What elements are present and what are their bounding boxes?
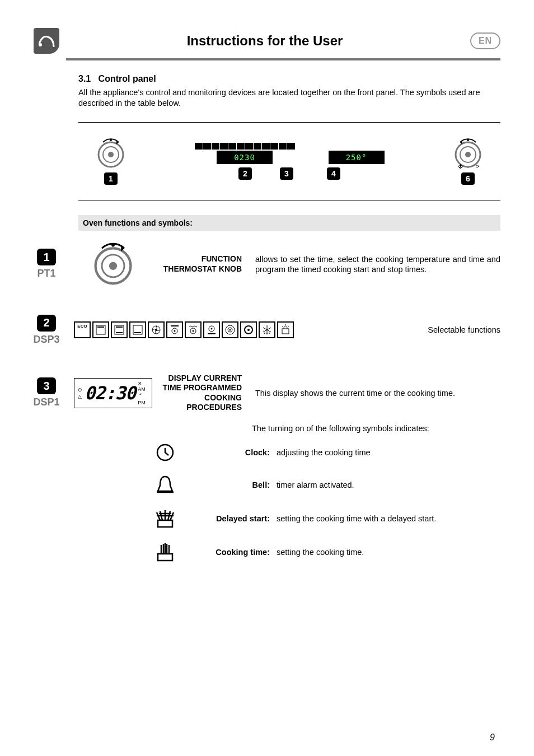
upper-lower-heat-icon [111,321,128,338]
svg-point-41 [264,333,265,334]
svg-point-38 [229,329,231,331]
knob-left-icon [95,138,127,169]
subheading: Oven functions and symbols: [78,215,500,231]
callout-2: 2 [238,167,252,180]
callout-3: 3 [280,167,293,180]
language-badge: EN [470,32,500,49]
pyrolytic-icon [277,321,294,338]
symbol-row-cooking-time: Cooking time: setting the cooking time. [151,542,500,563]
symbol-list: The turning on of the following symbols … [151,424,500,563]
section-title-text: Control panel [99,74,156,83]
symbol-desc: setting the cooking time. [277,548,364,557]
page-header: Instructions for the User EN [34,28,500,54]
fan-grill-icon [185,321,202,338]
badge-label-dsp3: DSP3 [33,334,59,346]
badge-num-3: 3 [37,377,56,394]
svg-rect-44 [282,329,289,334]
display-icons-left [195,143,295,150]
upper-heat-icon [92,321,109,338]
symbol-row-bell: Bell: timer alarm activated. [151,474,500,496]
function-icons-strip: ECO [74,321,294,338]
header-divider [66,58,500,60]
symbol-intro: The turning on of the following symbols … [252,424,500,433]
callout-1: 1 [104,172,118,185]
page-number: 9 [490,732,495,743]
control-panel-figure: 1 0230 250° 2 3 4 [78,122,500,200]
svg-point-3 [108,152,114,157]
bell-icon [151,474,179,496]
row3-term: DISPLAY CURRENT TIME PROGRAMMED COOKING … [159,374,249,413]
knob-right-icon: ⏻ – ⟳ [452,138,484,169]
fan-lower-icon [203,321,220,338]
clock-mini-icon: ⊙ [78,387,82,393]
svg-text:⟳: ⟳ [476,164,480,169]
delayed-mini-icon: ✕ AM [138,381,148,392]
svg-point-32 [193,330,194,332]
svg-point-5 [110,139,112,141]
bell-mini-icon: △ [78,394,82,399]
section-number: 3.1 [78,74,91,83]
time-display-figure: ⊙ △ 02:30 ✕ AM ⺌ PM [74,378,152,408]
knob-icon [91,242,135,287]
svg-point-42 [266,333,268,334]
fan-icon [148,321,165,338]
svg-text:–: – [467,164,470,169]
callout-4: 4 [327,167,340,180]
badge-label-pt1: PT1 [37,268,55,279]
badge-label-dsp1: DSP1 [33,396,59,408]
clock-icon [151,443,179,462]
svg-text:⏻: ⏻ [458,164,463,169]
symbol-term: Clock: [186,448,270,457]
row-dsp3: 2 DSP3 ECO Selectable functions [78,315,500,346]
svg-point-10 [467,139,469,141]
svg-point-43 [269,333,270,334]
symbol-term: Delayed start: [186,514,270,523]
cooking-time-icon [151,542,179,563]
badge-num-2: 2 [37,315,56,332]
row-dsp1: 3 DSP1 ⊙ △ 02:30 ✕ AM ⺌ PM DISPLAY CURRE… [78,374,500,413]
svg-point-16 [109,262,117,269]
display-temp: 250° [329,151,385,164]
delayed-start-icon [151,508,179,529]
svg-rect-47 [158,520,172,527]
row2-desc: Selectable functions [301,325,500,335]
row1-term: FUNCTION THERMOSTAT KNOB [159,254,249,274]
page-title: Instructions for the User [66,33,463,49]
section-heading: 3.1 Control panel [78,74,500,84]
badge-num-1: 1 [37,249,56,265]
display-time: 0230 [217,151,273,164]
symbol-desc: timer alarm activated. [277,480,354,489]
fan-ring-icon [222,321,238,338]
svg-rect-50 [158,554,172,561]
ring-icon [240,321,257,338]
symbol-row-clock: Clock: adjusting the cooking time [151,443,500,462]
symbol-desc: adjusting the cooking time [277,448,371,457]
lower-heat-icon [129,321,146,338]
brand-logo [34,28,59,54]
svg-point-8 [465,152,471,157]
time-digits: 02:30 [85,382,135,404]
svg-point-18 [111,244,115,247]
cooking-mini-icon: ⺌ PM [138,393,148,405]
callout-6: 6 [461,172,475,185]
fan-upper-icon [166,321,183,338]
svg-point-34 [211,328,213,330]
symbol-term: Cooking time: [186,548,270,557]
svg-point-30 [174,330,176,332]
svg-point-40 [247,329,250,331]
row1-desc: allows to set the time, select the cooki… [255,254,500,274]
section-intro: All the appliance's control and monitori… [78,87,500,109]
row-pt1: 1 PT1 FUNCTION THERMOSTAT KNOB allows to… [78,242,500,287]
svg-point-0 [39,43,42,46]
row3-desc: This display shows the current time or t… [255,388,500,398]
eco-icon: ECO [74,321,91,338]
defrost-icon [259,321,275,338]
symbol-row-delayed: Delayed start: setting the cooking time … [151,508,500,529]
symbol-desc: setting the cooking time with a delayed … [277,514,436,523]
symbol-term: Bell: [186,480,270,489]
